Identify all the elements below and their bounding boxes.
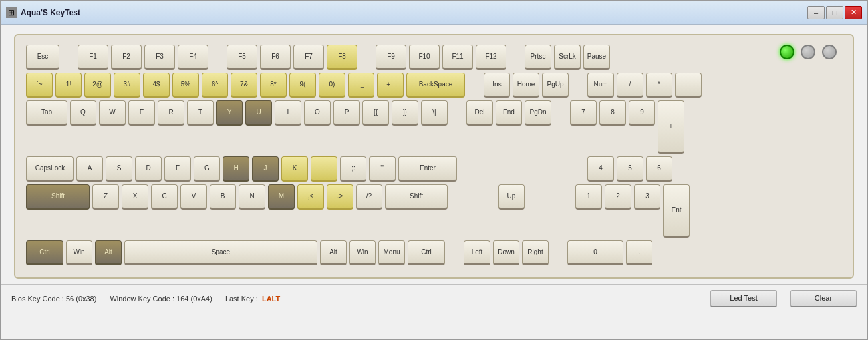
key-o[interactable]: O: [304, 100, 331, 126]
key-f4[interactable]: F4: [178, 45, 208, 70]
key-nummul[interactable]: *: [646, 73, 672, 98]
key-z[interactable]: Z: [92, 184, 119, 210]
maximize-button[interactable]: □: [826, 6, 843, 19]
key-f3[interactable]: F3: [144, 45, 175, 70]
key-num3[interactable]: 3: [634, 184, 660, 210]
key-rbracket[interactable]: ]}: [392, 100, 418, 126]
key-quote[interactable]: '": [369, 156, 396, 182]
key-minus[interactable]: -_: [348, 73, 374, 98]
key-k[interactable]: K: [281, 156, 308, 182]
key-backspace[interactable]: BackSpace: [406, 73, 465, 98]
key-num4[interactable]: 4: [587, 156, 614, 182]
key-alt-left[interactable]: Alt: [95, 240, 122, 265]
key-b[interactable]: B: [210, 184, 236, 210]
key-left[interactable]: Left: [464, 240, 490, 265]
led-test-button[interactable]: Led Test: [710, 290, 777, 307]
key-prtsc[interactable]: Prtsc: [525, 45, 551, 70]
key-8[interactable]: 8*: [260, 73, 287, 98]
key-tab[interactable]: Tab: [26, 100, 67, 126]
key-q[interactable]: Q: [70, 100, 96, 126]
key-equals[interactable]: +=: [377, 73, 404, 98]
key-1[interactable]: 1!: [55, 73, 82, 98]
key-f2[interactable]: F2: [111, 45, 142, 70]
key-num7[interactable]: 7: [570, 100, 597, 126]
key-pgup[interactable]: PgUp: [542, 73, 569, 98]
key-right[interactable]: Right: [522, 240, 549, 265]
key-x[interactable]: X: [122, 184, 148, 210]
key-6[interactable]: 6^: [202, 73, 228, 98]
key-shift-left[interactable]: Shift: [26, 184, 90, 210]
key-esc[interactable]: Esc: [26, 45, 59, 70]
key-win-right[interactable]: Win: [349, 240, 376, 265]
key-slash[interactable]: /?: [356, 184, 382, 210]
key-p[interactable]: P: [333, 100, 360, 126]
close-button[interactable]: ✕: [845, 6, 862, 19]
key-enter[interactable]: Enter: [398, 156, 457, 182]
key-ins[interactable]: Ins: [484, 73, 510, 98]
key-f1[interactable]: F1: [78, 45, 108, 70]
key-numplus[interactable]: +: [658, 100, 684, 154]
key-num6[interactable]: 6: [646, 156, 672, 182]
key-numdot[interactable]: .: [626, 240, 652, 265]
key-f[interactable]: F: [164, 156, 191, 182]
key-end[interactable]: End: [496, 100, 522, 126]
key-9[interactable]: 9(: [289, 73, 316, 98]
key-menu[interactable]: Menu: [378, 240, 405, 265]
key-f5[interactable]: F5: [227, 45, 257, 70]
key-pgdn[interactable]: PgDn: [525, 100, 551, 126]
key-down[interactable]: Down: [493, 240, 519, 265]
key-nument[interactable]: Ent: [663, 184, 690, 238]
key-l[interactable]: L: [311, 156, 337, 182]
key-alt-right[interactable]: Alt: [320, 240, 347, 265]
key-shift-right[interactable]: Shift: [385, 184, 448, 210]
key-r[interactable]: R: [158, 100, 184, 126]
key-home[interactable]: Home: [513, 73, 539, 98]
key-i[interactable]: I: [275, 100, 301, 126]
key-num5[interactable]: 5: [617, 156, 643, 182]
key-c[interactable]: C: [151, 184, 178, 210]
key-scrlk[interactable]: ScrLk: [554, 45, 581, 70]
key-7[interactable]: 7&: [231, 73, 257, 98]
key-g[interactable]: G: [194, 156, 220, 182]
key-4[interactable]: 4$: [143, 73, 170, 98]
key-num[interactable]: Num: [587, 73, 614, 98]
key-w[interactable]: W: [99, 100, 126, 126]
key-comma[interactable]: ,<: [297, 184, 324, 210]
key-f12[interactable]: F12: [476, 45, 506, 70]
key-num2[interactable]: 2: [605, 184, 631, 210]
key-win-left[interactable]: Win: [66, 240, 92, 265]
key-semicolon[interactable]: ;:: [340, 156, 366, 182]
key-backtick[interactable]: `~: [26, 73, 53, 98]
key-5[interactable]: 5%: [172, 73, 199, 98]
key-up[interactable]: Up: [498, 184, 525, 210]
key-num1[interactable]: 1: [575, 184, 602, 210]
key-numslash[interactable]: /: [617, 73, 643, 98]
key-del[interactable]: Del: [466, 100, 493, 126]
key-pause[interactable]: Pause: [583, 45, 610, 70]
key-capslock[interactable]: CapsLock: [26, 156, 74, 182]
key-space[interactable]: Space: [124, 240, 317, 265]
key-s[interactable]: S: [106, 156, 132, 182]
key-f9[interactable]: F9: [376, 45, 406, 70]
key-f8[interactable]: F8: [327, 45, 357, 70]
key-lbracket[interactable]: [{: [362, 100, 389, 126]
key-period[interactable]: .>: [327, 184, 353, 210]
key-num9[interactable]: 9: [629, 100, 655, 126]
clear-button[interactable]: Clear: [790, 290, 857, 307]
key-e[interactable]: E: [128, 100, 155, 126]
key-3[interactable]: 3#: [114, 73, 140, 98]
key-h[interactable]: H: [223, 156, 249, 182]
key-num0[interactable]: 0: [567, 240, 623, 265]
key-f11[interactable]: F11: [442, 45, 473, 70]
key-u[interactable]: U: [245, 100, 272, 126]
key-0[interactable]: 0): [319, 73, 345, 98]
minimize-button[interactable]: –: [807, 6, 825, 19]
key-t[interactable]: T: [187, 100, 214, 126]
key-v[interactable]: V: [180, 184, 207, 210]
key-m[interactable]: M: [268, 184, 295, 210]
key-f6[interactable]: F6: [260, 45, 291, 70]
key-f7[interactable]: F7: [293, 45, 324, 70]
key-n[interactable]: N: [239, 184, 265, 210]
key-f10[interactable]: F10: [409, 45, 440, 70]
key-numminus[interactable]: -: [675, 73, 702, 98]
